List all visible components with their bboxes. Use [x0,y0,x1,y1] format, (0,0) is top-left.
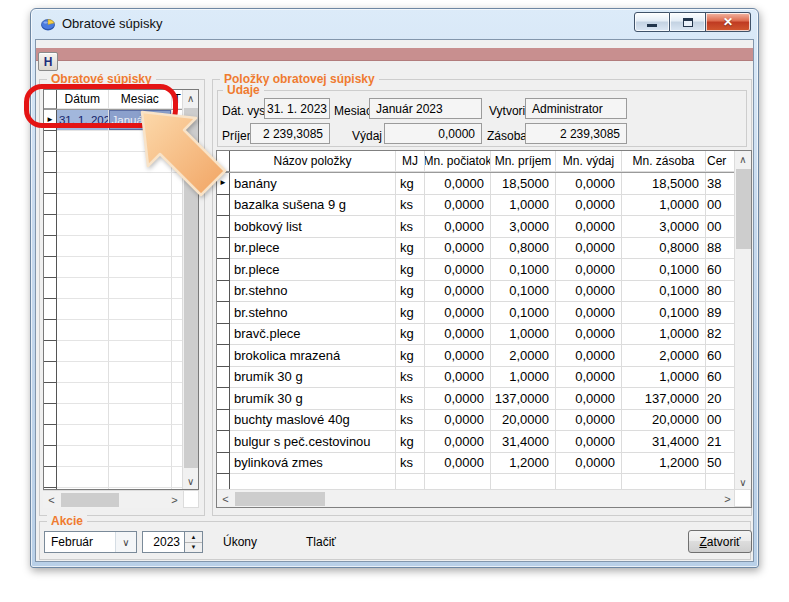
h-button[interactable]: H [38,52,58,71]
cell-prijem: 0,1000 [491,281,556,303]
vytvoril-field[interactable]: Administrator [525,98,627,119]
zasoba-field[interactable]: 2 239,3085 [525,123,627,144]
table-row[interactable]: brumík 30 g ks 0,0000 1,0000 0,0000 1,00… [217,367,736,389]
column-header-mesiac[interactable]: Mesiac [109,90,173,109]
cell-cena-clipped: 20 [706,388,736,410]
dates-table: Dátum Mesiac T ► 31. 1. 2023 Január 2023 [43,89,199,490]
dates-horizontal-scrollbar[interactable]: < > [43,490,183,508]
chevron-down-icon[interactable]: ∨ [115,532,136,552]
scroll-right-icon[interactable]: > [166,491,183,508]
scroll-left-icon[interactable]: < [43,491,60,508]
table-row[interactable]: ► banány kg 0,0000 18,5000 0,0000 18,500… [217,173,736,195]
cell-nazov: brokolica mrazená [230,345,396,367]
cell-datum [57,299,109,320]
scroll-down-icon[interactable]: ∨ [183,473,198,489]
column-header-nazov[interactable]: Názov položky [230,151,396,172]
table-row[interactable]: bulgur s peč.cestovinou kg 0,0000 31,400… [217,431,736,453]
scroll-down-icon[interactable]: ∨ [735,474,751,490]
empty-row [217,474,736,490]
cell-extra [172,404,182,425]
close-button[interactable]: Zatvoriť [688,530,752,553]
maximize-button[interactable] [670,12,706,32]
column-header-extra[interactable]: T [172,90,182,109]
cell-datum [57,173,109,194]
scroll-left-icon[interactable]: < [217,490,234,507]
column-header-cena[interactable]: Cer [706,151,736,172]
spin-down-icon[interactable]: ▼ [185,543,202,553]
cell-extra [172,215,182,236]
table-row[interactable]: br.stehno kg 0,0000 0,1000 0,0000 0,1000… [217,302,736,324]
scrollbar-thumb[interactable] [736,169,751,249]
dates-vertical-scrollbar[interactable]: ∧ ∨ [182,90,198,489]
minimize-button[interactable] [634,12,670,32]
scrollbar-thumb[interactable] [184,108,198,468]
table-row[interactable]: br.plece kg 0,0000 0,8000 0,0000 0,8000 … [217,238,736,260]
table-row[interactable]: br.plece kg 0,0000 0,1000 0,0000 0,1000 … [217,259,736,281]
close-window-button[interactable]: ✕ [706,12,751,32]
cell-cena-clipped: 60 [706,367,736,389]
row-marker-cell [217,259,230,281]
row-marker-cell [44,383,57,404]
table-row[interactable]: buchty maslové 40g ks 0,0000 20,0000 0,0… [217,410,736,432]
year-spinner-value: 2023 [143,532,184,552]
items-vertical-scrollbar[interactable]: ∧ ∨ [734,151,751,490]
year-spinner[interactable]: 2023 ▲ ▼ [142,531,203,553]
column-header-mj[interactable]: MJ [396,151,425,172]
cell-vydaj: 0,0000 [556,195,622,217]
udaje-title: Udaje [223,83,264,97]
cell-extra [172,152,182,173]
cell-datum [57,446,109,467]
table-row[interactable]: brokolica mrazená kg 0,0000 2,0000 0,000… [217,345,736,367]
column-header-pociatok[interactable]: Mn. počiatok [425,151,491,172]
table-row[interactable]: bobkový list ks 0,0000 3,0000 0,0000 3,0… [217,216,736,238]
spin-up-icon[interactable]: ▲ [185,532,202,543]
cell-extra [172,131,182,152]
marker-column-header [217,151,230,172]
scroll-up-icon[interactable]: ∧ [183,90,198,106]
table-row[interactable]: brumík 30 g ks 0,0000 137,0000 0,0000 13… [217,388,736,410]
tlacit-menu[interactable]: Tlačiť [306,535,336,549]
month-dropdown[interactable]: Február ∨ [44,531,137,553]
dat-vyst-field[interactable]: 31. 1. 2023 [264,98,330,119]
ukony-menu[interactable]: Úkony [223,535,257,549]
row-marker-cell [217,431,230,453]
row-marker-cell [44,488,57,489]
mesiac-field[interactable]: Január 2023 [369,98,482,119]
cell-prijem: 20,0000 [491,410,556,432]
cell-prijem: 1,2000 [491,453,556,475]
vydaj-field[interactable]: 0,0000 [384,123,482,144]
cell-datum [57,425,109,446]
scrollbar-thumb[interactable] [61,493,119,507]
cell-nazov: brumík 30 g [230,388,396,410]
column-header-zasoba[interactable]: Mn. zásoba [622,151,706,172]
prijem-field[interactable]: 2 239,3085 [250,123,330,144]
cell-pociatok: 0,0000 [425,281,491,303]
row-marker-cell [44,299,57,320]
column-header-vydaj[interactable]: Mn. výdaj [556,151,622,172]
scroll-up-icon[interactable]: ∧ [735,151,751,167]
items-horizontal-scrollbar[interactable]: < > [217,489,736,507]
cell-mesiac [109,278,173,299]
table-row[interactable]: bylinková zmes ks 0,0000 1,2000 0,0000 1… [217,453,736,475]
table-row[interactable]: bazalka sušena 9 g ks 0,0000 1,0000 0,00… [217,195,736,217]
cell-datum [57,152,109,173]
cell-zasoba: 3,0000 [622,216,706,238]
cell-mesiac [109,404,173,425]
scrollbar-thumb[interactable] [235,492,325,506]
table-row[interactable]: bravč.plece kg 0,0000 1,0000 0,0000 1,00… [217,324,736,346]
cell-mesiac [109,257,173,278]
selected-date-row[interactable]: ► 31. 1. 2023 Január 2023 [44,110,182,131]
cell-mj: kg [396,173,425,195]
cell-extra [172,383,182,404]
cell-extra [172,110,182,131]
cell-nazov [230,474,396,490]
row-marker-cell [217,195,230,217]
column-header-datum[interactable]: Dátum [57,90,109,109]
table-row[interactable]: br.stehno kg 0,0000 0,1000 0,0000 0,1000… [217,281,736,303]
cell-vydaj: 0,0000 [556,216,622,238]
cell-prijem: 137,0000 [491,388,556,410]
cell-datum [57,362,109,383]
cell-mesiac: Január 2023 [109,110,173,131]
column-header-prijem[interactable]: Mn. príjem [491,151,556,172]
cell-extra [172,278,182,299]
